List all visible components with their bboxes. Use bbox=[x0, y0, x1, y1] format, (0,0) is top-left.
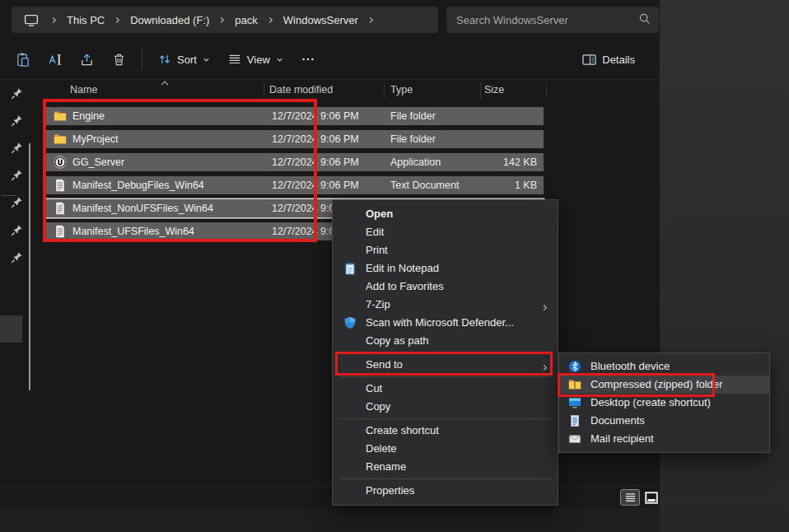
pin-icon[interactable] bbox=[10, 223, 24, 237]
menu-item-cut[interactable]: Cut bbox=[333, 380, 558, 398]
file-type: Application bbox=[390, 156, 441, 168]
search-box bbox=[446, 7, 659, 33]
send-to-item-label: Bluetooth device bbox=[591, 360, 670, 372]
menu-item-label: Delete bbox=[366, 442, 397, 455]
menu-item-add-to-favorites[interactable]: Add to Favorites bbox=[333, 278, 558, 296]
search-icon bbox=[638, 12, 651, 27]
mail-icon bbox=[568, 432, 581, 446]
sort-icon bbox=[157, 52, 172, 67]
send-to-item-label: Documents bbox=[591, 414, 645, 427]
menu-item-label: Rename bbox=[366, 460, 406, 473]
chevron-down-icon bbox=[202, 55, 211, 64]
breadcrumb: This PCDownloaded (F:)packWindowsServer bbox=[12, 7, 438, 33]
pin-icon[interactable] bbox=[10, 86, 24, 100]
annotation-box-file-list bbox=[43, 99, 317, 242]
menu-item-copy-as-path[interactable]: Copy as path bbox=[333, 332, 558, 350]
column-header-date[interactable]: Date modified bbox=[269, 84, 333, 96]
details-pane-icon bbox=[581, 53, 597, 67]
details-label: Details bbox=[602, 54, 635, 66]
chevron-down-icon bbox=[275, 55, 284, 64]
breadcrumb-item-downloaded-f-[interactable]: Downloaded (F:) bbox=[127, 12, 212, 29]
menu-item-label: Add to Favorites bbox=[366, 280, 444, 292]
ellipsis-icon bbox=[301, 52, 315, 67]
menu-item-label: Copy as path bbox=[366, 334, 429, 347]
statusbar-divider bbox=[0, 486, 660, 487]
send-to-item-documents[interactable]: Documents bbox=[559, 412, 769, 430]
desktop-icon bbox=[568, 396, 581, 409]
file-size: 1 KB bbox=[515, 180, 537, 191]
file-size: 142 KB bbox=[503, 156, 537, 168]
pin-icon[interactable] bbox=[10, 195, 24, 209]
column-divider[interactable] bbox=[384, 82, 385, 99]
menu-item-create-shortcut[interactable]: Create shortcut bbox=[333, 422, 558, 440]
column-divider[interactable] bbox=[480, 82, 481, 99]
breadcrumb-item-this-pc[interactable]: This PC bbox=[63, 12, 108, 29]
pin-icon[interactable] bbox=[10, 114, 24, 128]
this-pc-icon bbox=[23, 13, 40, 27]
chevron-right-icon bbox=[113, 16, 122, 25]
menu-separator bbox=[340, 478, 550, 479]
menu-item-label: 7-Zip bbox=[366, 298, 390, 310]
bluetooth-icon bbox=[568, 360, 581, 373]
rename-icon bbox=[47, 52, 63, 68]
send-to-item-mail-recipient[interactable]: Mail recipient bbox=[559, 430, 769, 448]
file-type: Text Document bbox=[390, 180, 459, 191]
column-header-size[interactable]: Size bbox=[484, 84, 504, 96]
menu-item-copy[interactable]: Copy bbox=[333, 398, 558, 416]
menu-item-properties[interactable]: Properties bbox=[333, 482, 558, 500]
view-icon bbox=[227, 52, 242, 67]
menu-item-open[interactable]: Open bbox=[333, 205, 558, 223]
menu-item-label: Properties bbox=[366, 484, 414, 497]
view-label: View bbox=[247, 54, 270, 66]
paste-button[interactable] bbox=[7, 45, 39, 73]
menu-item-label: Copy bbox=[366, 400, 390, 413]
sort-button[interactable]: Sort bbox=[149, 45, 219, 73]
menu-item-rename[interactable]: Rename bbox=[333, 458, 558, 476]
details-view-toggle[interactable] bbox=[620, 489, 640, 506]
column-divider[interactable] bbox=[546, 82, 547, 99]
pin-icon[interactable] bbox=[10, 168, 24, 182]
documents-icon bbox=[568, 414, 581, 427]
menu-item-label: Edit bbox=[366, 226, 384, 238]
trash-icon bbox=[111, 52, 127, 68]
send-to-submenu: Bluetooth deviceCompressed (zipped) fold… bbox=[558, 352, 770, 453]
menu-item-print[interactable]: Print bbox=[333, 241, 558, 259]
share-icon bbox=[79, 52, 95, 68]
column-header-row: Name Date modified Type Size bbox=[38, 81, 647, 100]
delete-button[interactable] bbox=[103, 45, 135, 73]
paste-icon bbox=[15, 52, 30, 68]
menu-item-label: Print bbox=[366, 244, 388, 256]
menu-item-label: Edit in Notepad bbox=[366, 262, 439, 274]
menu-item-label: Cut bbox=[366, 382, 382, 394]
rename-button[interactable] bbox=[39, 45, 71, 73]
column-header-type[interactable]: Type bbox=[390, 84, 413, 96]
chevron-right-icon bbox=[366, 16, 376, 25]
column-divider[interactable] bbox=[264, 82, 264, 99]
chevron-right-icon bbox=[266, 16, 275, 25]
more-options-button[interactable] bbox=[292, 45, 324, 73]
view-button[interactable]: View bbox=[219, 45, 292, 73]
send-to-item-label: Mail recipient bbox=[591, 432, 654, 445]
notepad-icon bbox=[343, 262, 357, 275]
annotation-box-compressed-folder bbox=[558, 373, 715, 397]
menu-item-label: Open bbox=[366, 208, 393, 220]
menu-item-label: Create shortcut bbox=[366, 424, 439, 436]
pin-icon[interactable] bbox=[10, 250, 24, 264]
thumbnail-view-toggle[interactable] bbox=[643, 491, 659, 505]
menu-item-7-zip[interactable]: 7-Zip bbox=[333, 296, 558, 314]
search-input[interactable] bbox=[455, 13, 638, 27]
menu-item-edit[interactable]: Edit bbox=[333, 223, 558, 241]
menu-separator bbox=[340, 376, 550, 377]
menu-item-scan-with-microsoft-defender-[interactable]: Scan with Microsoft Defender... bbox=[333, 314, 558, 332]
pin-icon[interactable] bbox=[10, 141, 24, 155]
menu-item-delete[interactable]: Delete bbox=[333, 440, 558, 458]
toolbar-divider bbox=[0, 79, 660, 80]
file-type: File folder bbox=[390, 133, 436, 145]
column-header-name[interactable]: Name bbox=[70, 84, 97, 96]
breadcrumb-item-windowsserver[interactable]: WindowsServer bbox=[280, 12, 362, 29]
sidebar-scrollbar[interactable] bbox=[29, 143, 30, 390]
share-button[interactable] bbox=[71, 45, 103, 73]
breadcrumb-item-pack[interactable]: pack bbox=[231, 12, 260, 29]
details-pane-button[interactable]: Details bbox=[573, 45, 643, 73]
menu-item-edit-in-notepad[interactable]: Edit in Notepad bbox=[333, 259, 558, 278]
